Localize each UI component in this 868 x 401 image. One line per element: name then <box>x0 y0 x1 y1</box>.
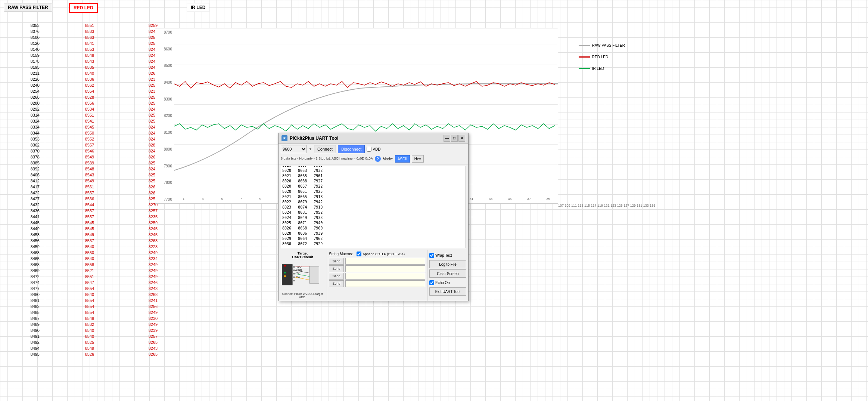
svg-rect-20 <box>284 269 286 270</box>
append-crlf-label: Append CR+LF (x0D + x0A) <box>357 252 405 256</box>
connect-button[interactable]: Connect <box>314 145 336 153</box>
connect-note: Connect PICkit 2 VDD & target VDD. <box>280 292 325 299</box>
help-icon[interactable]: ? <box>375 156 381 162</box>
red-data-value: 8532 <box>84 321 96 327</box>
y-axis-label: 8000 <box>164 147 172 151</box>
red-data-value: 8557 <box>84 190 96 196</box>
raw-data-value: 8465 <box>29 256 41 262</box>
raw-data-value: 8459 <box>29 244 41 250</box>
raw-data-value: 8211 <box>29 70 41 76</box>
svg-rect-9 <box>292 266 295 268</box>
chart-legend: RAW PASS FILTER RED LED IR LED <box>579 43 625 71</box>
red-data-value: 8534 <box>84 106 96 112</box>
diagram-section: TargetUART Circuit VDD GND TX RX <box>279 250 327 301</box>
y-axis-label: 8300 <box>164 97 172 101</box>
red-data-value: 8521 <box>84 268 96 274</box>
raw-data-value: 8268 <box>29 94 41 100</box>
red-data-value: 8554 <box>84 303 96 309</box>
append-crlf-checkbox[interactable] <box>357 252 361 256</box>
macro-row-4: Send <box>329 280 425 287</box>
clear-screen-button[interactable]: Clear Screen <box>429 269 466 278</box>
ir-data-value: 8268 <box>147 292 159 297</box>
log-to-file-button[interactable]: Log to File <box>429 260 466 268</box>
right-buttons: Wrap Text Log to File Clear Screen Echo … <box>427 250 468 301</box>
wrap-text-label: Wrap Text <box>429 252 466 259</box>
legend-raw-line <box>579 45 590 46</box>
ir-data-value: 8239 <box>147 327 159 333</box>
raw-data-value: 8344 <box>29 130 41 136</box>
baud-rate-select[interactable]: 9600 19200 115200 <box>281 145 307 153</box>
raw-data-value: 8472 <box>29 274 41 280</box>
ir-data-value: 8228 <box>147 244 159 250</box>
send-button-4[interactable]: Send <box>329 280 344 287</box>
raw-data-value: 8483 <box>29 303 41 309</box>
send-button-1[interactable]: Send <box>329 258 344 265</box>
echo-on-checkbox[interactable] <box>429 280 434 285</box>
raw-data-value: 8489 <box>29 321 41 327</box>
ir-data-value: 8265 <box>147 339 159 345</box>
red-data-value: 8545 <box>84 220 96 226</box>
ir-data-value: 8249 <box>147 262 159 268</box>
close-button[interactable]: ✕ <box>458 135 465 142</box>
raw-data-column: 8053807681008120814081598178819582118226… <box>0 22 45 357</box>
raw-data-value: 8100 <box>29 34 41 40</box>
ir-data-value: 8243 <box>147 286 159 292</box>
raw-data-value: 8474 <box>29 280 41 286</box>
raw-data-value: 8412 <box>29 178 41 184</box>
raw-data-value: 8053 <box>29 22 41 28</box>
raw-data-value: 8226 <box>29 76 41 82</box>
raw-data-value: 8422 <box>29 190 41 196</box>
raw-data-value: 8195 <box>29 64 41 70</box>
raw-data-value: 8378 <box>29 154 41 160</box>
legend-ir-label: IR LED <box>592 67 604 71</box>
svg-rect-13 <box>292 280 295 281</box>
legend-red: RED LED <box>579 55 625 59</box>
macro-input-3[interactable] <box>345 273 425 280</box>
raw-data-value: 8353 <box>29 136 41 142</box>
minimize-button[interactable]: — <box>444 135 450 142</box>
raw-data-value: 8362 <box>29 142 41 148</box>
x-axis-label: 39 <box>539 197 558 201</box>
raw-data-value: 8140 <box>29 46 41 52</box>
x-axis-label: 9 <box>251 197 270 201</box>
uart-output[interactable]: 8021 8078 79188020 8034 79128020 8051 79… <box>281 166 466 248</box>
output-line: 8020 8053 7932 <box>282 168 464 173</box>
output-line: 8025 8071 7940 <box>282 220 464 226</box>
send-button-2[interactable]: Send <box>329 265 344 272</box>
exit-uart-button[interactable]: Exit UART Tool <box>429 287 466 296</box>
raw-data-value: 8491 <box>29 333 41 339</box>
hex-mode-button[interactable]: Hex <box>412 155 424 163</box>
ir-data-value: 8259 <box>147 22 159 28</box>
macros-header: String Macros: Append CR+LF (x0D + x0A) <box>329 252 425 256</box>
disconnect-button[interactable]: Disconnect <box>338 145 365 153</box>
titlebar-controls: — □ ✕ <box>444 135 465 142</box>
raw-data-value: 8370 <box>29 148 41 154</box>
svg-rect-21 <box>284 272 286 274</box>
maximize-button[interactable]: □ <box>451 135 458 142</box>
macro-input-2[interactable] <box>345 265 425 272</box>
x-axis-label: 5 <box>212 197 231 201</box>
ir-data-value: 8246 <box>147 280 159 286</box>
dialog-bottom: TargetUART Circuit VDD GND TX RX <box>279 250 468 301</box>
output-line: 8026 8068 7960 <box>282 226 464 231</box>
vdd-checkbox[interactable] <box>367 147 371 152</box>
output-line: 8024 8081 7952 <box>282 210 464 215</box>
ascii-mode-button[interactable]: ASCII <box>395 155 410 163</box>
raw-data-value: 8481 <box>29 297 41 303</box>
red-data-value: 8554 <box>84 88 96 94</box>
y-axis-label: 8100 <box>164 130 172 135</box>
macro-input-4[interactable] <box>345 280 425 287</box>
ir-data-value: 8257 <box>147 333 159 339</box>
wrap-text-checkbox[interactable] <box>429 253 434 258</box>
raw-data-value: 8456 <box>29 238 41 244</box>
macro-input-1[interactable] <box>345 258 425 265</box>
target-label: TargetUART Circuit <box>280 252 325 259</box>
red-data-value: 8526 <box>84 351 96 357</box>
raw-data-value: 8254 <box>29 88 41 94</box>
header-ir-label: IR LED <box>187 3 209 12</box>
red-data-value: 8528 <box>84 94 96 100</box>
y-axis-label: 7800 <box>164 181 172 185</box>
send-button-3[interactable]: Send <box>329 273 344 280</box>
y-axis-label: 8200 <box>164 114 172 118</box>
ir-data-value: 8249 <box>147 321 159 327</box>
